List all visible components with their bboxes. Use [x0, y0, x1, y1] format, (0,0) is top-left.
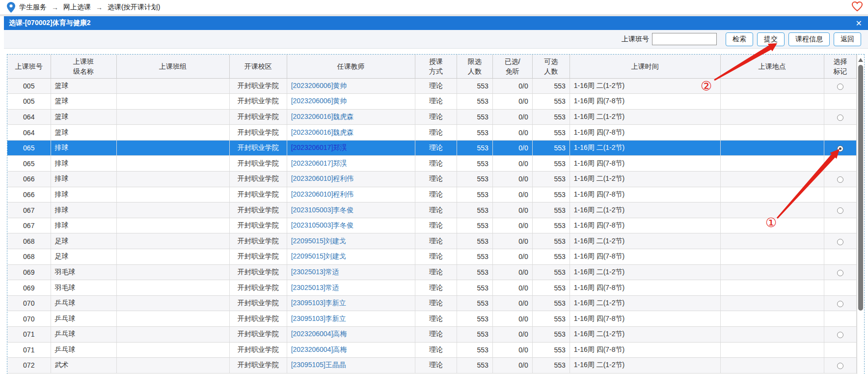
back-button[interactable]: 返回: [834, 32, 861, 46]
teacher-link[interactable]: [2023206010]程利伟: [291, 190, 354, 198]
select-mark-radio[interactable]: [837, 176, 843, 183]
breadcrumb-item-online-selection[interactable]: 网上选课: [63, 3, 91, 12]
cell-mark: [824, 342, 856, 358]
table-row[interactable]: 005篮球开封职业学院[2023206006]黄帅理论5530/05531-16…: [7, 94, 857, 110]
heart-icon[interactable]: [851, 1, 863, 12]
teacher-link[interactable]: [2023206017]郑淏: [291, 159, 347, 167]
teacher-link[interactable]: [2023105003]李冬俊: [291, 221, 354, 229]
teacher-link[interactable]: [2023206016]魏虎森: [291, 113, 354, 120]
cell-mode: 理论: [415, 202, 457, 218]
cell-available: 553: [532, 358, 570, 374]
cell-location: [720, 140, 824, 156]
cell-location: [720, 202, 824, 218]
select-mark-radio[interactable]: [837, 207, 843, 214]
cell-mode: 理论: [415, 109, 457, 125]
table-row[interactable]: 067排球开封职业学院[2023105003]李冬俊理论5530/05531-1…: [7, 218, 857, 233]
cell-limit: 553: [457, 342, 492, 358]
scroll-up-icon[interactable]: [858, 58, 863, 62]
cell-time: 1-16周 二(1-2节): [570, 172, 720, 187]
table-row[interactable]: 066排球开封职业学院[2023206010]程利伟理论5530/05531-1…: [7, 172, 857, 187]
cell-teacher: [2023206016]魏虎森: [287, 109, 415, 125]
teacher-link[interactable]: [2023206004]高梅: [291, 345, 347, 353]
cell-class_no: 065: [7, 156, 51, 172]
vertical-scrollbar[interactable]: [857, 55, 864, 374]
cell-location: [720, 233, 824, 249]
table-row[interactable]: 065排球开封职业学院[2023206017]郑淏理论5530/05531-16…: [7, 156, 857, 172]
close-icon[interactable]: ✕: [856, 16, 862, 30]
teacher-link[interactable]: [22095015]刘建戈: [291, 252, 346, 260]
cell-chosen: 0/0: [492, 311, 532, 327]
table-row[interactable]: 071乒乓球开封职业学院[2023206004]高梅理论5530/05531-1…: [7, 327, 857, 343]
teacher-link[interactable]: [2023206010]程利伟: [291, 174, 354, 182]
teacher-link[interactable]: [2023206006]黄帅: [291, 82, 347, 89]
teacher-link[interactable]: [23095103]李新立: [291, 315, 346, 322]
cell-teacher: [22095015]刘建戈: [287, 249, 415, 265]
cell-mark: [824, 187, 856, 202]
table-row[interactable]: 068足球开封职业学院[22095015]刘建戈理论5530/05531-16周…: [7, 249, 857, 265]
table-row[interactable]: 067排球开封职业学院[2023105003]李冬俊理论5530/05531-1…: [7, 202, 857, 218]
cell-mark: [824, 218, 856, 233]
teacher-link[interactable]: [22095015]刘建戈: [291, 237, 346, 245]
select-mark-radio[interactable]: [837, 115, 843, 121]
cell-teacher: [2023206010]程利伟: [287, 187, 415, 202]
table-row[interactable]: 065排球开封职业学院[2023206017]郑淏理论5530/05531-16…: [7, 140, 857, 156]
cell-mark: [824, 280, 856, 296]
submit-button[interactable]: 提交: [757, 32, 785, 46]
table-row[interactable]: 071乒乓球开封职业学院[2023206004]高梅理论5530/05531-1…: [7, 342, 857, 358]
cell-class_group: [116, 311, 229, 327]
cell-campus: 开封职业学院: [229, 233, 287, 249]
breadcrumb-item-student-services[interactable]: 学生服务: [19, 3, 47, 12]
scrollbar-thumb[interactable]: [858, 65, 863, 311]
cell-mark: [824, 109, 856, 125]
cell-limit: 553: [457, 264, 492, 280]
table-row[interactable]: 068足球开封职业学院[22095015]刘建戈理论5530/05531-16周…: [7, 233, 857, 249]
cell-class_name: 乒乓球: [51, 295, 116, 311]
select-mark-radio[interactable]: [837, 84, 843, 90]
select-mark-radio[interactable]: [837, 239, 843, 245]
cell-chosen: 0/0: [492, 140, 532, 156]
table-row[interactable]: 066排球开封职业学院[2023206010]程利伟理论5530/05531-1…: [7, 187, 857, 202]
class-number-input[interactable]: [652, 33, 717, 45]
table-row[interactable]: 069羽毛球开封职业学院[23025013]常适理论5530/05531-16周…: [7, 264, 857, 280]
cell-campus: 开封职业学院: [229, 249, 287, 265]
cell-chosen: 0/0: [492, 125, 532, 141]
select-mark-radio[interactable]: [837, 301, 843, 307]
select-mark-radio[interactable]: [837, 332, 843, 338]
cell-available: 553: [532, 280, 570, 296]
cell-available: 553: [532, 78, 570, 94]
cell-class_no: 067: [7, 218, 51, 233]
table-row[interactable]: 064篮球开封职业学院[2023206016]魏虎森理论5530/05531-1…: [7, 109, 857, 125]
teacher-link[interactable]: [2023206006]黄帅: [291, 97, 347, 105]
select-mark-radio[interactable]: [837, 270, 843, 276]
select-mark-radio[interactable]: [837, 145, 843, 152]
teacher-link[interactable]: [23095105]王晶晶: [291, 361, 346, 369]
teacher-link[interactable]: [23025013]常适: [291, 268, 339, 276]
col-header-campus: 开课校区: [229, 55, 287, 78]
cell-campus: 开封职业学院: [229, 295, 287, 311]
table-row[interactable]: 070乒乓球开封职业学院[23095103]李新立理论5530/05531-16…: [7, 311, 857, 327]
table-row[interactable]: 064篮球开封职业学院[2023206016]魏虎森理论5530/05531-1…: [7, 125, 857, 141]
teacher-link[interactable]: [2023206016]魏虎森: [291, 128, 354, 136]
course-info-button[interactable]: 课程信息: [788, 32, 830, 46]
search-button[interactable]: 检索: [726, 32, 753, 46]
cell-location: [720, 327, 824, 343]
cell-class_group: [116, 202, 229, 218]
teacher-link[interactable]: [2023105003]李冬俊: [291, 206, 354, 214]
cell-teacher: [22095015]刘建戈: [287, 233, 415, 249]
table-row[interactable]: 070乒乓球开封职业学院[23095103]李新立理论5530/05531-16…: [7, 295, 857, 311]
teacher-link[interactable]: [2023206017]郑淏: [291, 144, 347, 151]
class-grid: 上课班号上课班 级名称上课班组开课校区任课教师授课 方式限选 人数已选/ 免听可…: [7, 54, 865, 374]
cell-class_name: 排球: [51, 172, 116, 187]
table-row[interactable]: 005篮球开封职业学院[2023206006]黄帅理论5530/05531-16…: [7, 78, 857, 94]
cell-location: [720, 264, 824, 280]
teacher-link[interactable]: [23095103]李新立: [291, 299, 346, 307]
cell-mark: [824, 156, 856, 172]
table-row[interactable]: 069羽毛球开封职业学院[23025013]常适理论5530/05531-16周…: [7, 280, 857, 296]
teacher-link[interactable]: [23025013]常适: [291, 284, 339, 291]
select-mark-radio[interactable]: [837, 363, 843, 369]
table-row[interactable]: 072武术开封职业学院[23095105]王晶晶理论5530/05531-16周…: [7, 358, 857, 374]
teacher-link[interactable]: [2023206004]高梅: [291, 330, 347, 338]
breadcrumb-item-selection-by-plan[interactable]: 选课(按开课计划): [108, 3, 160, 12]
cell-teacher: [23095105]王晶晶: [287, 358, 415, 374]
cell-location: [720, 295, 824, 311]
